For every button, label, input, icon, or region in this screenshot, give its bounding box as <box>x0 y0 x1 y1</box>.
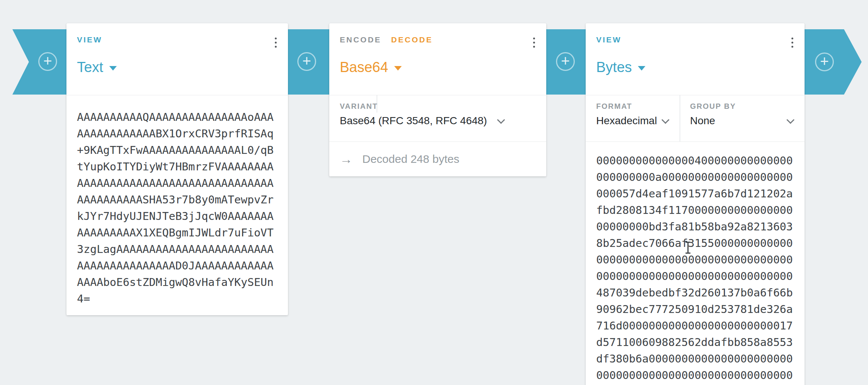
bytes-view-brick: VIEW Bytes FORMAT Hexadecimal GROUP BY N… <box>586 23 805 385</box>
add-brick-button[interactable]: + <box>297 52 316 71</box>
format-field-label: FORMAT <box>596 102 632 111</box>
bytes-view-header: VIEW Bytes <box>586 23 805 95</box>
codec-status-row: → Decoded 248 bytes <box>329 142 546 176</box>
encode-decode-toggle: ENCODE DECODE <box>340 35 536 44</box>
variant-field-value[interactable]: Base64 (RFC 3548, RFC 4648) <box>340 115 487 127</box>
variant-field-label: VARIANT <box>340 102 378 111</box>
group-by-select-field[interactable]: GROUP BY None <box>680 95 805 141</box>
chevron-down-icon[interactable] <box>787 116 794 124</box>
base64-codec-header: ENCODE DECODE Base64 <box>329 23 546 95</box>
brick-title-text: Base64 <box>340 59 388 75</box>
group-by-field-value[interactable]: None <box>690 115 715 127</box>
text-view-brick: VIEW Text AAAAAAAAAAQAAAAAAAAAAAAAAAoAAA… <box>66 23 288 315</box>
variant-select-field[interactable]: VARIANT Base64 (RFC 3548, RFC 4648) <box>329 95 546 141</box>
bytes-settings-row: FORMAT Hexadecimal GROUP BY None <box>586 95 805 142</box>
text-view-header: VIEW Text <box>66 23 288 95</box>
add-brick-button[interactable]: + <box>815 53 834 71</box>
arrow-right-icon: → <box>340 153 353 165</box>
format-select-field[interactable]: FORMAT Hexadecimal <box>586 95 680 141</box>
plus-icon: + <box>561 53 570 68</box>
caret-down-icon <box>394 66 402 71</box>
caret-down-icon <box>109 66 117 71</box>
base64-title-dropdown[interactable]: Base64 <box>340 59 402 75</box>
text-view-title-dropdown[interactable]: Text <box>77 59 117 75</box>
brick-title-text: Text <box>77 59 103 75</box>
brick-category-label: VIEW <box>596 35 794 44</box>
add-brick-button[interactable]: + <box>556 52 575 71</box>
format-field-value[interactable]: Hexadecimal <box>596 115 657 127</box>
kebab-menu-icon[interactable] <box>790 36 795 49</box>
bytes-view-title-dropdown[interactable]: Bytes <box>596 59 645 75</box>
kebab-menu-icon[interactable] <box>273 36 278 49</box>
decode-mode-button[interactable]: DECODE <box>391 35 433 44</box>
base64-codec-brick: ENCODE DECODE Base64 VARIANT Base64 (RFC… <box>329 23 546 176</box>
text-content-area[interactable]: AAAAAAAAAAQAAAAAAAAAAAAAAAoAAA AAAAAAAAA… <box>66 95 288 307</box>
base64-settings-row: VARIANT Base64 (RFC 3548, RFC 4648) <box>329 95 546 142</box>
caret-down-icon <box>638 66 645 71</box>
chevron-down-icon[interactable] <box>662 116 669 124</box>
encode-mode-button[interactable]: ENCODE <box>340 35 381 44</box>
add-brick-button[interactable]: + <box>38 52 57 71</box>
brick-category-label: VIEW <box>77 35 277 44</box>
pipeline-canvas: + + + + VIEW Text AAAAAAAAAAQAAAAAAAAAAA… <box>0 0 868 385</box>
group-by-field-label: GROUP BY <box>690 102 736 111</box>
bytes-content-area[interactable]: 000000000000000400000000000000 000000000… <box>586 142 805 383</box>
text-cursor-pointer <box>687 242 689 254</box>
chevron-down-icon[interactable] <box>497 116 505 124</box>
plus-icon: + <box>302 53 311 68</box>
plus-icon: + <box>820 54 829 69</box>
kebab-menu-icon[interactable] <box>532 36 536 49</box>
brick-title-text: Bytes <box>596 59 632 75</box>
plus-icon: + <box>43 53 52 68</box>
codec-status-text: Decoded 248 bytes <box>362 153 460 165</box>
